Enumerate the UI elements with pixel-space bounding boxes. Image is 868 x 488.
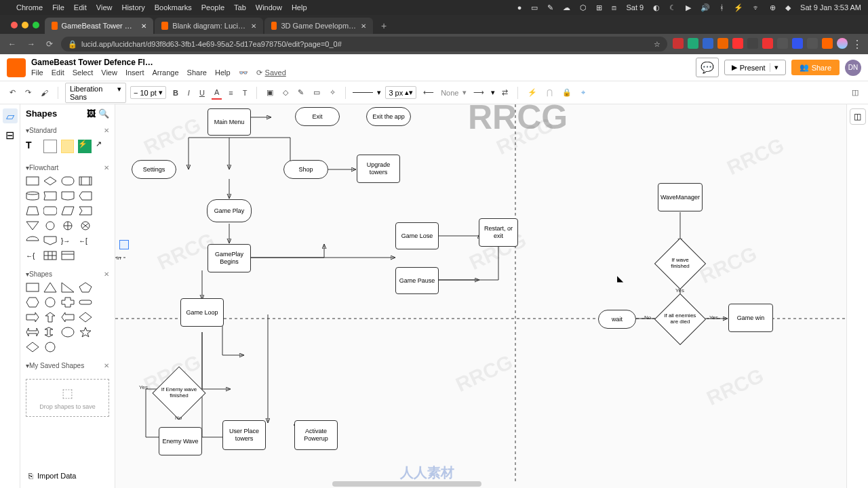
status-icon[interactable]: ⊕ (770, 3, 776, 12)
ext-icon[interactable] (747, 38, 758, 49)
menu-file[interactable]: File (31, 68, 43, 77)
status-icon[interactable]: ◐ (653, 3, 660, 12)
shape-item[interactable] (43, 297, 57, 308)
shape-item[interactable] (61, 220, 75, 231)
status-icon[interactable]: ⚡ (734, 3, 743, 12)
node-wave-manager[interactable]: WaveManager (658, 183, 703, 211)
bolt-icon[interactable]: ⚡ (525, 86, 540, 99)
shape-item[interactable] (43, 190, 57, 201)
shape-item[interactable] (43, 312, 57, 323)
reload-button[interactable]: ⟳ (43, 39, 56, 49)
shape-item[interactable] (79, 327, 92, 338)
paint-format-button[interactable]: 🖌 (38, 87, 51, 99)
canvas[interactable]: RRCG RRCG RRCG RRCG RRCG RRCG RRCG RRCG … (115, 104, 846, 488)
shape-item[interactable] (26, 220, 39, 231)
node-shop[interactable]: Shop (283, 160, 328, 179)
section-standard[interactable]: Standard (29, 127, 57, 134)
close-icon[interactable]: ✕ (104, 127, 109, 134)
font-select[interactable]: Liberation Sans▾ (65, 83, 126, 103)
data-tab-icon[interactable]: ⊟ (3, 127, 18, 142)
menu-edit[interactable]: Edit (52, 68, 64, 77)
redo-button[interactable]: ↷ (22, 86, 34, 99)
arrow-shape[interactable]: ↗ (96, 140, 109, 153)
shape-item[interactable] (79, 220, 92, 231)
horizontal-scrollbar[interactable] (332, 481, 481, 487)
status-icon[interactable]: ✎ (547, 3, 553, 12)
selection-handle[interactable] (119, 240, 129, 249)
shape-item[interactable] (26, 342, 39, 352)
ext-icon[interactable] (777, 38, 788, 49)
node-game-pause[interactable]: Game Pause (395, 267, 439, 294)
profile-icon[interactable] (837, 38, 848, 49)
node-exit[interactable]: Exit (295, 107, 340, 126)
node-upgrade[interactable]: Upgrade towers (357, 155, 400, 183)
italic-button[interactable]: I (185, 87, 193, 99)
menu-file[interactable]: File (52, 3, 64, 12)
status-icon[interactable]: ᚼ (719, 3, 724, 12)
shape-item[interactable] (43, 220, 57, 231)
status-icon[interactable]: ⧈ (612, 3, 616, 12)
menu-arrange[interactable]: Arrange (152, 68, 178, 77)
shape-item[interactable] (43, 176, 57, 186)
shape-item[interactable] (61, 282, 75, 293)
ext-icon[interactable] (673, 38, 684, 49)
shapes-tab-icon[interactable]: ▱ (3, 108, 18, 123)
shape-item[interactable] (26, 205, 39, 216)
shape-item[interactable] (61, 297, 75, 308)
import-data-button[interactable]: ⎘ Import Data (26, 469, 109, 483)
menu-share[interactable]: Share (187, 68, 207, 77)
comment-icon[interactable]: 💬 (696, 58, 719, 77)
maximize-window-icon[interactable] (33, 22, 39, 28)
lock-icon[interactable]: 🔒 (559, 86, 574, 99)
app-name[interactable]: Chrome (16, 3, 43, 12)
forward-button[interactable]: → (24, 39, 38, 49)
node-enemy-wave-q[interactable]: If Enemy wave finished (160, 374, 198, 412)
shape-item[interactable] (79, 205, 92, 216)
fill-button[interactable]: ▣ (264, 86, 276, 99)
ext-icon[interactable] (822, 38, 833, 49)
chrome-menu-icon[interactable]: ⋮ (852, 38, 863, 51)
node-main-menu[interactable]: Main Menu (208, 108, 251, 136)
shape-item[interactable] (43, 282, 57, 293)
bold-button[interactable]: B (170, 87, 181, 99)
node-game-lose[interactable]: Game Lose (395, 222, 439, 249)
status-icon[interactable]: ◆ (785, 3, 791, 12)
shape-item[interactable]: }→ (61, 235, 75, 246)
shape-item[interactable] (79, 282, 92, 293)
align-button[interactable]: ≡ (226, 87, 235, 99)
menu-edit[interactable]: Edit (74, 3, 87, 12)
url-input[interactable]: 🔒 lucid.app/lucidchart/d93f8d63-3fb1-4e6… (61, 37, 667, 52)
shape-item[interactable] (79, 190, 92, 201)
avatar[interactable]: DN (845, 60, 861, 76)
shape-item[interactable] (43, 342, 57, 352)
section-flowchart[interactable]: Flowchart (29, 164, 58, 171)
line-route-button[interactable]: ⇄ (499, 86, 511, 99)
present-button[interactable]: ▶ Present ▾ (724, 60, 786, 75)
ext-icon[interactable] (762, 38, 773, 49)
line-style-button[interactable] (353, 92, 373, 93)
browser-tab-2[interactable]: Blank diagram: Lucidchart ✕ (155, 18, 263, 34)
search-icon[interactable]: 🔍 (98, 108, 109, 119)
close-icon[interactable]: ✕ (104, 164, 109, 171)
node-user-place[interactable]: User Place towers (222, 420, 266, 450)
status-icon[interactable]: ☾ (669, 3, 676, 12)
share-button[interactable]: 👥 Share (791, 60, 840, 75)
box-shape[interactable] (43, 140, 57, 153)
status-icon[interactable]: ⊞ (596, 3, 602, 12)
menu-view[interactable]: View (101, 68, 117, 77)
chevron-down-icon[interactable]: ▾ (770, 63, 778, 72)
star-icon[interactable]: ☆ (654, 40, 660, 49)
status-icon[interactable]: ▶ (686, 3, 691, 12)
menu-help[interactable]: Help (292, 3, 307, 12)
line-label-select[interactable]: None (441, 89, 458, 97)
node-enemy-wave[interactable]: Enemy Wave (159, 427, 202, 455)
browser-tab-1[interactable]: GameBeast Tower Defence Fl… ✕ (45, 18, 153, 34)
section-shapes[interactable]: Shapes (29, 270, 52, 278)
shape-item[interactable] (79, 297, 92, 308)
node-gameplay[interactable]: Game Play (207, 199, 252, 222)
shape-item[interactable] (79, 312, 92, 323)
menu-history[interactable]: History (121, 3, 144, 12)
status-icon[interactable]: ⬡ (580, 3, 587, 12)
image-icon[interactable]: 🖼 (87, 108, 96, 119)
menu-insert[interactable]: Insert (125, 68, 144, 77)
